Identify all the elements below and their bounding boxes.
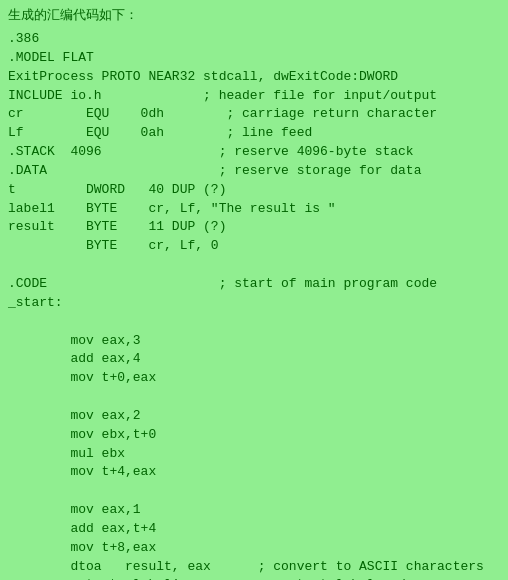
main-container: 生成的汇编代码如下： .386 .MODEL FLAT ExitProcess … (0, 0, 508, 580)
code-block: .386 .MODEL FLAT ExitProcess PROTO NEAR3… (8, 30, 500, 580)
page-title: 生成的汇编代码如下： (8, 6, 500, 24)
